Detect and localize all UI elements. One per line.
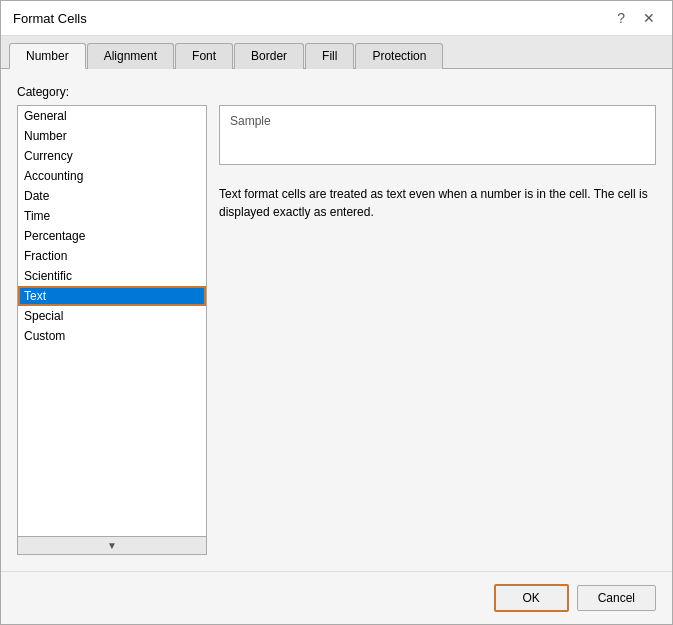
category-item-special[interactable]: Special xyxy=(18,306,206,326)
dialog-footer: OK Cancel xyxy=(1,571,672,624)
tab-number[interactable]: Number xyxy=(9,43,86,69)
right-panel: Sample Text format cells are treated as … xyxy=(219,105,656,555)
category-item-time[interactable]: Time xyxy=(18,206,206,226)
tab-alignment[interactable]: Alignment xyxy=(87,43,174,69)
main-area: GeneralNumberCurrencyAccountingDateTimeP… xyxy=(17,105,656,555)
category-list-container: GeneralNumberCurrencyAccountingDateTimeP… xyxy=(17,105,207,555)
sample-label: Sample xyxy=(230,114,645,128)
category-item-date[interactable]: Date xyxy=(18,186,206,206)
tab-protection[interactable]: Protection xyxy=(355,43,443,69)
dialog-title: Format Cells xyxy=(13,11,87,26)
category-item-number[interactable]: Number xyxy=(18,126,206,146)
title-bar-controls: ? ✕ xyxy=(612,9,660,27)
category-item-fraction[interactable]: Fraction xyxy=(18,246,206,266)
close-button[interactable]: ✕ xyxy=(638,9,660,27)
tab-border[interactable]: Border xyxy=(234,43,304,69)
help-button[interactable]: ? xyxy=(612,9,630,27)
category-item-text[interactable]: Text xyxy=(18,286,206,306)
category-item-percentage[interactable]: Percentage xyxy=(18,226,206,246)
category-item-general[interactable]: General xyxy=(18,106,206,126)
category-item-custom[interactable]: Custom xyxy=(18,326,206,346)
sample-box: Sample xyxy=(219,105,656,165)
category-item-accounting[interactable]: Accounting xyxy=(18,166,206,186)
category-item-scientific[interactable]: Scientific xyxy=(18,266,206,286)
description-text: Text format cells are treated as text ev… xyxy=(219,185,656,221)
category-label: Category: xyxy=(17,85,656,99)
title-bar: Format Cells ? ✕ xyxy=(1,1,672,36)
cancel-button[interactable]: Cancel xyxy=(577,585,656,611)
tab-font[interactable]: Font xyxy=(175,43,233,69)
tab-fill[interactable]: Fill xyxy=(305,43,354,69)
ok-button[interactable]: OK xyxy=(494,584,569,612)
category-item-currency[interactable]: Currency xyxy=(18,146,206,166)
category-list[interactable]: GeneralNumberCurrencyAccountingDateTimeP… xyxy=(18,106,206,536)
format-cells-dialog: Format Cells ? ✕ NumberAlignmentFontBord… xyxy=(0,0,673,625)
dialog-content: Category: GeneralNumberCurrencyAccountin… xyxy=(1,69,672,571)
tab-bar: NumberAlignmentFontBorderFillProtection xyxy=(1,36,672,69)
scroll-down-arrow[interactable]: ▼ xyxy=(18,536,206,554)
